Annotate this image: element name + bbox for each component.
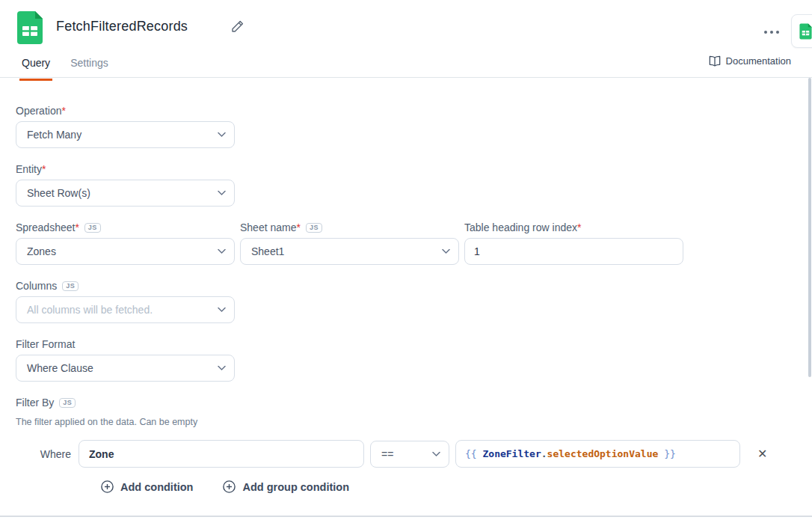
filter-format-select[interactable]: Where Clause xyxy=(16,355,235,382)
plugin-chip[interactable] xyxy=(791,14,812,48)
spreadsheet-value: Zones xyxy=(27,245,56,257)
plus-circle-icon xyxy=(223,480,236,493)
where-condition-row: Where == {{ ZoneFilter.selectedOptionVal… xyxy=(16,440,796,468)
query-editor: FetchFilteredRecords Query Settings xyxy=(0,0,812,523)
entity-select[interactable]: Sheet Row(s) xyxy=(16,180,235,207)
remove-condition-icon[interactable]: ✕ xyxy=(754,445,770,463)
add-group-condition-button[interactable]: Add group condition xyxy=(223,480,349,493)
entity-value: Sheet Row(s) xyxy=(27,187,90,199)
filter-format-value: Where Clause xyxy=(27,362,93,374)
chevron-down-icon xyxy=(218,132,226,138)
sheet-name-select[interactable]: Sheet1 xyxy=(240,238,459,265)
required-marker: * xyxy=(577,221,581,233)
code-open-brace: {{ xyxy=(465,448,482,459)
bottom-divider xyxy=(0,516,812,517)
edit-name-icon[interactable] xyxy=(231,20,244,33)
required-marker: * xyxy=(297,221,301,233)
operation-value: Fetch Many xyxy=(27,129,81,141)
chevron-down-icon xyxy=(442,249,450,254)
chevron-down-icon xyxy=(432,451,440,456)
table-heading-row-index-label: Table heading row index* xyxy=(464,221,581,233)
plus-circle-icon xyxy=(101,480,114,493)
field-entity: Entity* Sheet Row(s) xyxy=(16,163,796,207)
js-toggle[interactable]: JS xyxy=(62,281,79,291)
sheet-name-value: Sheet1 xyxy=(251,245,284,257)
where-value-code-input[interactable]: {{ ZoneFilter.selectedOptionValue }} xyxy=(455,440,740,468)
add-group-condition-label: Add group condition xyxy=(242,481,349,493)
field-sheet-name: Sheet name* JS Sheet1 xyxy=(240,221,459,265)
columns-placeholder: All columns will be fetched. xyxy=(27,304,153,316)
google-sheets-icon xyxy=(15,11,45,44)
more-options-icon[interactable] xyxy=(761,28,782,37)
field-operation: Operation* Fetch Many xyxy=(16,105,796,148)
where-key-input[interactable] xyxy=(79,440,364,468)
tab-query[interactable]: Query xyxy=(22,57,50,73)
field-row-sheet: Spreadsheet* JS Zones Sheet name* JS She… xyxy=(16,221,796,265)
spreadsheet-select[interactable]: Zones xyxy=(16,238,235,265)
columns-select[interactable]: All columns will be fetched. xyxy=(16,296,235,323)
tab-settings[interactable]: Settings xyxy=(70,57,108,73)
table-heading-row-index-input[interactable] xyxy=(464,238,683,265)
filter-format-label: Filter Format xyxy=(16,338,75,350)
add-condition-label: Add condition xyxy=(120,481,193,493)
tab-bar: Query Settings Documentation xyxy=(0,52,812,78)
required-marker: * xyxy=(75,221,79,233)
add-condition-button[interactable]: Add condition xyxy=(101,480,193,493)
field-spreadsheet: Spreadsheet* JS Zones xyxy=(16,221,235,265)
js-toggle[interactable]: JS xyxy=(84,223,101,233)
where-operator-select[interactable]: == xyxy=(370,441,449,468)
documentation-link[interactable]: Documentation xyxy=(709,55,791,67)
required-marker: * xyxy=(61,105,65,117)
code-property: selectedOptionValue xyxy=(547,448,659,459)
filter-by-helper-text: The filter applied on the data. Can be e… xyxy=(16,417,796,427)
entity-label: Entity* xyxy=(16,163,46,175)
js-toggle[interactable]: JS xyxy=(59,398,76,408)
documentation-label: Documentation xyxy=(726,55,791,67)
operation-select[interactable]: Fetch Many xyxy=(16,121,235,148)
chevron-down-icon xyxy=(218,249,226,254)
chevron-down-icon xyxy=(218,191,226,196)
condition-actions: Add condition Add group condition xyxy=(101,480,796,493)
columns-label: Columns xyxy=(16,280,57,292)
operation-label: Operation* xyxy=(16,105,66,117)
sheet-name-label: Sheet name* xyxy=(240,221,301,233)
google-sheets-mini-icon xyxy=(799,23,812,40)
code-close-brace: }} xyxy=(658,448,675,459)
field-filter-format: Filter Format Where Clause xyxy=(16,338,796,382)
query-form: Operation* Fetch Many Entity* Sheet Row(… xyxy=(0,78,812,493)
vertical-scrollbar[interactable] xyxy=(808,78,811,377)
where-label: Where xyxy=(16,448,79,460)
book-icon xyxy=(709,55,721,67)
chevron-down-icon xyxy=(218,366,226,371)
code-dot: . xyxy=(541,448,547,459)
chevron-down-icon xyxy=(218,308,226,313)
field-table-heading-row-index: Table heading row index* xyxy=(464,221,683,265)
filter-by-label: Filter By xyxy=(16,397,54,409)
spreadsheet-label: Spreadsheet* xyxy=(16,221,79,233)
header: FetchFilteredRecords xyxy=(0,0,812,52)
where-operator-value: == xyxy=(381,448,393,460)
field-filter-by: Filter By JS The filter applied on the d… xyxy=(16,397,796,493)
code-object: ZoneFilter xyxy=(482,448,541,459)
js-toggle[interactable]: JS xyxy=(306,223,322,233)
page-title: FetchFilteredRecords xyxy=(56,19,188,34)
field-columns: Columns JS All columns will be fetched. xyxy=(16,280,796,323)
required-marker: * xyxy=(42,163,46,175)
